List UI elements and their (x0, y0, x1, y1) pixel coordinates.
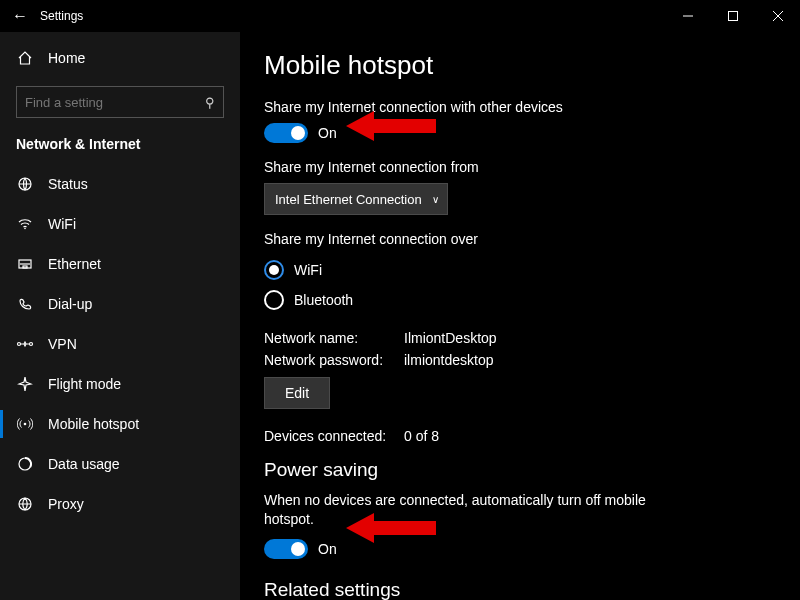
window-controls (665, 0, 800, 32)
dialup-icon (16, 296, 34, 312)
svg-rect-1 (728, 12, 737, 21)
power-saving-description: When no devices are connected, automatic… (264, 491, 664, 529)
hotspot-icon (16, 416, 34, 432)
power-saving-state: On (318, 541, 337, 557)
related-settings-heading: Related settings (264, 579, 776, 600)
ethernet-icon (16, 256, 34, 272)
network-name-value: IlmiontDesktop (404, 330, 497, 346)
sidebar-home-label: Home (48, 50, 85, 66)
devices-connected-label: Devices connected: (264, 428, 404, 444)
sidebar-item-dialup[interactable]: Dial-up (0, 284, 240, 324)
search-input[interactable] (25, 95, 185, 110)
sidebar: Home ⚲ Network & Internet Status WiFi (0, 32, 240, 600)
sidebar-item-label: Ethernet (48, 256, 101, 272)
sidebar-item-label: WiFi (48, 216, 76, 232)
radio-bluetooth[interactable] (264, 290, 284, 310)
radio-wifi-label: WiFi (294, 262, 322, 278)
sidebar-item-vpn[interactable]: VPN (0, 324, 240, 364)
share-connection-state: On (318, 125, 337, 141)
sidebar-item-label: Flight mode (48, 376, 121, 392)
titlebar: ← Settings (0, 0, 800, 32)
close-icon (773, 11, 783, 21)
radio-bluetooth-label: Bluetooth (294, 292, 353, 308)
sidebar-item-ethernet[interactable]: Ethernet (0, 244, 240, 284)
sidebar-item-proxy[interactable]: Proxy (0, 484, 240, 524)
share-from-label: Share my Internet connection from (264, 159, 776, 175)
minimize-icon (683, 11, 693, 21)
network-name-label: Network name: (264, 330, 404, 346)
chevron-down-icon: ∨ (432, 194, 439, 205)
share-connection-toggle[interactable] (264, 123, 308, 143)
search-icon: ⚲ (205, 95, 215, 110)
home-icon (16, 50, 34, 66)
airplane-icon (16, 376, 34, 392)
wifi-icon (16, 216, 34, 232)
sidebar-item-data-usage[interactable]: Data usage (0, 444, 240, 484)
sidebar-item-label: Data usage (48, 456, 120, 472)
search-box[interactable]: ⚲ (16, 86, 224, 118)
radio-wifi[interactable] (264, 260, 284, 280)
sidebar-item-wifi[interactable]: WiFi (0, 204, 240, 244)
svg-rect-7 (23, 266, 27, 268)
sidebar-nav: Status WiFi Ethernet Dial-up (0, 164, 240, 524)
sidebar-item-label: VPN (48, 336, 77, 352)
svg-point-8 (18, 343, 21, 346)
page-title: Mobile hotspot (264, 50, 776, 81)
sidebar-item-label: Proxy (48, 496, 84, 512)
svg-point-5 (24, 228, 26, 230)
radio-option-wifi[interactable]: WiFi (264, 255, 776, 285)
sidebar-home[interactable]: Home (0, 40, 240, 76)
vpn-icon (16, 336, 34, 352)
network-password-label: Network password: (264, 352, 404, 368)
power-saving-heading: Power saving (264, 459, 776, 481)
maximize-button[interactable] (710, 0, 755, 32)
status-icon (16, 176, 34, 192)
edit-button[interactable]: Edit (264, 377, 330, 409)
share-from-value: Intel Ethernet Connection (275, 192, 422, 207)
sidebar-item-flight-mode[interactable]: Flight mode (0, 364, 240, 404)
close-button[interactable] (755, 0, 800, 32)
proxy-icon (16, 496, 34, 512)
share-connection-label: Share my Internet connection with other … (264, 99, 776, 115)
sidebar-item-status[interactable]: Status (0, 164, 240, 204)
devices-connected-value: 0 of 8 (404, 428, 439, 444)
data-usage-icon (16, 456, 34, 472)
svg-point-9 (30, 343, 33, 346)
back-button[interactable]: ← (0, 7, 40, 25)
window-title: Settings (40, 9, 83, 23)
sidebar-item-label: Mobile hotspot (48, 416, 139, 432)
minimize-button[interactable] (665, 0, 710, 32)
sidebar-section-title: Network & Internet (0, 132, 240, 164)
power-saving-toggle[interactable] (264, 539, 308, 559)
network-password-value: ilmiontdesktop (404, 352, 494, 368)
main-content: Mobile hotspot Share my Internet connect… (240, 32, 800, 600)
share-over-label: Share my Internet connection over (264, 231, 776, 247)
sidebar-item-label: Dial-up (48, 296, 92, 312)
sidebar-item-mobile-hotspot[interactable]: Mobile hotspot (0, 404, 240, 444)
share-from-dropdown[interactable]: Intel Ethernet Connection ∨ (264, 183, 448, 215)
maximize-icon (728, 11, 738, 21)
svg-point-10 (24, 423, 27, 426)
sidebar-item-label: Status (48, 176, 88, 192)
radio-option-bluetooth[interactable]: Bluetooth (264, 285, 776, 315)
